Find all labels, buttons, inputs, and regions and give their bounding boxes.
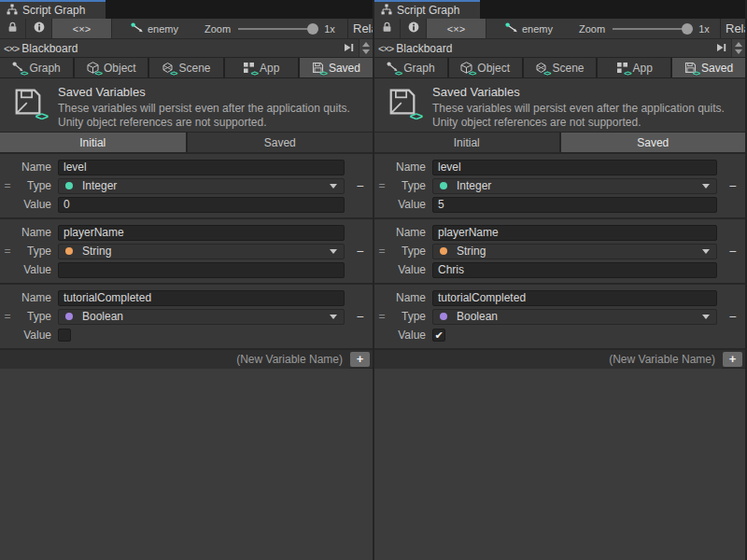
scene-tab-icon: <> [535, 62, 548, 75]
dock-button[interactable] [338, 42, 359, 55]
add-variable-button[interactable]: + [723, 352, 742, 367]
tab-initial[interactable]: Initial [0, 133, 186, 152]
app-tab-icon: <> [616, 62, 629, 75]
tab-app[interactable]: <> App [225, 58, 298, 77]
scene-tab-icon: <> [162, 62, 175, 75]
graph-toolbar: <×> enemy Zoom 1x Rela [0, 19, 373, 39]
drag-handle[interactable]: = [0, 310, 15, 323]
variable-name-input[interactable] [58, 160, 345, 175]
type-value: Integer [82, 179, 330, 192]
zoom-slider-handle[interactable] [682, 23, 693, 35]
graph-tab-icon: <> [387, 62, 400, 75]
variables-toggle-button[interactable]: <×> [52, 19, 112, 38]
window-tab-bar: Script Graph [374, 0, 745, 19]
variable-value-input[interactable] [58, 262, 345, 278]
type-dropdown[interactable]: Boolean [58, 309, 345, 325]
type-value: Boolean [82, 310, 330, 323]
name-label: Name [15, 291, 58, 304]
zoom-slider[interactable] [613, 28, 691, 30]
scroll-up-icon[interactable] [362, 42, 370, 47]
graph-reference[interactable]: enemy [505, 22, 553, 35]
variable-value-input[interactable] [432, 197, 717, 213]
variables-toggle-button[interactable]: <×> [427, 19, 486, 38]
tab-saved-state[interactable]: Saved [561, 133, 746, 152]
script-graph-windows: Script Graph [0, 0, 747, 560]
variable-value-checkbox[interactable] [58, 329, 71, 342]
script-graph-window-tab[interactable]: Script Graph [374, 0, 480, 19]
tab-saved[interactable]: <> Saved [672, 58, 745, 77]
drag-handle[interactable]: = [374, 179, 389, 192]
info-description-line2: Unity object references are not supporte… [432, 116, 725, 130]
chevron-down-icon [330, 315, 337, 319]
variable-name-input[interactable] [432, 225, 717, 241]
add-variable-button[interactable]: + [350, 352, 370, 367]
variable-value-input[interactable] [58, 197, 345, 213]
variable-value-input[interactable] [432, 262, 717, 278]
object-tab-icon: <> [87, 62, 100, 75]
variable-name-input[interactable] [58, 290, 345, 306]
variable-name-input[interactable] [58, 225, 345, 241]
remove-variable-button[interactable]: − [720, 245, 745, 258]
tab-scene[interactable]: <> Scene [149, 58, 222, 77]
scroll-down-icon[interactable] [735, 49, 742, 54]
script-graph-window-tab[interactable]: Script Graph [0, 0, 106, 19]
tab-app[interactable]: <> App [598, 58, 670, 77]
variable-value-checkbox[interactable]: ✔ [432, 329, 445, 342]
zoom-slider-handle[interactable] [307, 23, 318, 35]
variable-name-input[interactable] [432, 290, 717, 306]
vs-brackets-icon: <> [469, 70, 475, 77]
name-row: Name [0, 289, 373, 306]
graph-reference[interactable]: enemy [131, 22, 178, 35]
tab-initial[interactable]: Initial [374, 133, 559, 152]
remove-variable-button[interactable]: − [720, 310, 745, 323]
scroll-down-icon[interactable] [362, 49, 370, 54]
drag-handle[interactable]: = [0, 245, 15, 258]
value-row: Value [374, 196, 745, 213]
variable-group-level: Name = Type Integer − [374, 154, 745, 217]
new-variable-input[interactable] [374, 350, 722, 369]
tab-object[interactable]: <> Object [75, 58, 148, 77]
vs-brackets-icon: <> [170, 70, 176, 77]
zoom-value: 1x [324, 23, 335, 35]
tab-graph[interactable]: <> Graph [374, 58, 447, 77]
info-icon [34, 21, 45, 35]
tab-scene[interactable]: <> Scene [524, 58, 597, 77]
tab-object[interactable]: <> Object [449, 58, 522, 77]
type-color-dot [65, 247, 73, 255]
tab-saved[interactable]: <> Saved [300, 58, 373, 77]
type-dropdown[interactable]: Boolean [432, 309, 717, 325]
saved-variables-info: <> Saved Variables These variables will … [0, 78, 373, 133]
type-dropdown[interactable]: String [58, 244, 345, 259]
remove-variable-button[interactable]: − [347, 310, 373, 323]
saved-variables-info: <> Saved Variables These variables will … [374, 78, 745, 133]
tab-graph[interactable]: <> Graph [0, 58, 73, 77]
variable-name-input[interactable] [432, 160, 717, 175]
new-variable-input[interactable] [0, 350, 349, 369]
remove-variable-button[interactable]: − [720, 179, 745, 192]
drag-handle[interactable]: = [374, 245, 389, 258]
tab-saved-state[interactable]: Saved [188, 133, 374, 152]
chevron-down-icon [702, 249, 710, 254]
lock-button[interactable] [0, 19, 26, 38]
variables-icon: <×> [447, 23, 465, 35]
dock-button[interactable] [711, 42, 731, 55]
type-label: Type [389, 179, 432, 192]
type-row: = Type Boolean − [374, 308, 745, 325]
name-label: Name [389, 291, 432, 304]
type-color-dot [65, 182, 73, 189]
vs-brackets-icon: <> [543, 70, 550, 77]
type-dropdown[interactable]: String [432, 244, 717, 259]
scroll-up-icon[interactable] [735, 42, 742, 47]
remove-variable-button[interactable]: − [347, 245, 373, 258]
type-dropdown[interactable]: Integer [432, 178, 717, 194]
drag-handle[interactable]: = [374, 310, 389, 323]
type-dropdown[interactable]: Integer [58, 178, 345, 194]
info-button[interactable] [401, 19, 427, 38]
vs-brackets-icon: <> [320, 70, 327, 77]
drag-handle[interactable]: = [0, 179, 15, 192]
remove-variable-button[interactable]: − [347, 179, 373, 192]
lock-button[interactable] [374, 19, 401, 38]
zoom-slider[interactable] [238, 28, 317, 30]
zoom-value: 1x [698, 23, 710, 35]
info-button[interactable] [26, 19, 52, 38]
